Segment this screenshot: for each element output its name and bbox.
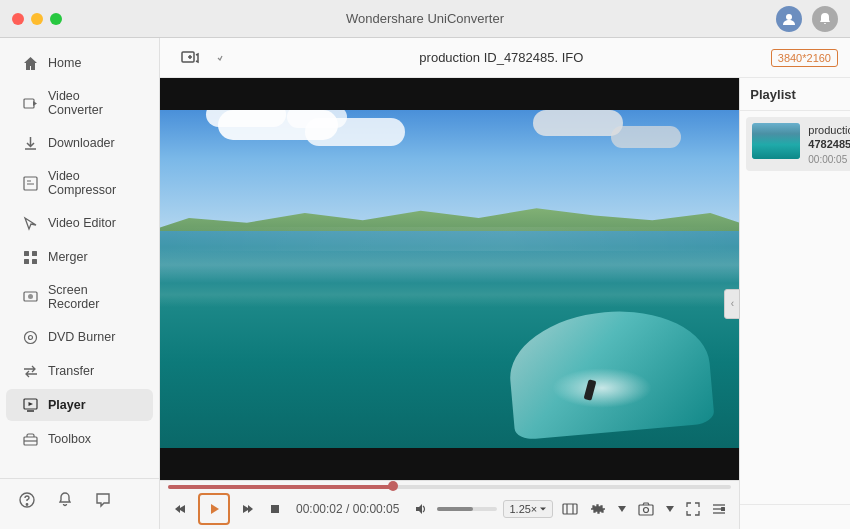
svg-rect-25	[563, 504, 577, 514]
controls-right: 1.25×	[411, 498, 729, 520]
add-media-button[interactable]	[172, 44, 232, 72]
playlist-toggle-button[interactable]	[709, 500, 729, 518]
svg-point-0	[786, 14, 792, 20]
next-frame-button[interactable]	[238, 499, 258, 519]
sidebar-item-toolbox[interactable]: Toolbox	[6, 423, 153, 455]
sidebar-item-video-editor[interactable]: Video Editor	[6, 207, 153, 239]
playlist-item-duration: 00:00:05	[808, 154, 850, 165]
window-controls[interactable]	[12, 13, 62, 25]
svg-rect-28	[639, 505, 653, 515]
progress-fill	[168, 485, 393, 489]
screen-recorder-icon	[22, 289, 38, 305]
video-area: ‹	[160, 78, 739, 529]
prev-frame-button[interactable]	[170, 499, 190, 519]
svg-rect-1	[24, 99, 34, 108]
sidebar-bottom	[0, 478, 159, 521]
screenshot-dropdown[interactable]	[663, 503, 677, 515]
sidebar-item-player[interactable]: Player	[6, 389, 153, 421]
feedback-icon[interactable]	[92, 489, 114, 511]
content-area: production ID_4782485. IFO 3840*2160	[160, 38, 850, 529]
volume-fill	[437, 507, 473, 511]
sidebar-item-video-compressor-label: Video Compressor	[48, 169, 137, 197]
time-separator: /	[346, 502, 353, 516]
svg-marker-22	[211, 504, 219, 514]
controls-row: 00:00:02 / 00:00:05	[160, 489, 739, 529]
video-frame	[160, 78, 739, 480]
play-pause-button[interactable]	[198, 493, 230, 525]
sidebar-item-screen-recorder-label: Screen Recorder	[48, 283, 137, 311]
svg-rect-6	[32, 251, 37, 256]
volume-icon[interactable]	[411, 499, 431, 519]
sidebar-item-video-converter-label: Video Converter	[48, 89, 137, 117]
svg-marker-2	[33, 101, 37, 106]
progress-bar-area[interactable]	[160, 481, 739, 489]
resolution-badge: 3840*2160	[771, 49, 838, 67]
notification-bell-icon[interactable]	[54, 489, 76, 511]
speed-value: 1.25×	[509, 503, 537, 515]
svg-rect-24	[271, 505, 279, 513]
player-header-left	[172, 44, 232, 72]
progress-track[interactable]	[168, 485, 731, 489]
speed-selector[interactable]: 1.25×	[503, 500, 553, 518]
svg-point-19	[26, 504, 27, 505]
sidebar-item-screen-recorder[interactable]: Screen Recorder	[6, 275, 153, 319]
maximize-button[interactable]	[50, 13, 62, 25]
video-converter-icon	[22, 95, 38, 111]
merger-icon	[22, 249, 38, 265]
playlist-item-thumbnail	[752, 123, 800, 159]
svg-rect-5	[24, 251, 29, 256]
user-avatar-icon[interactable]	[776, 6, 802, 32]
sidebar-item-toolbox-label: Toolbox	[48, 432, 91, 446]
notification-icon[interactable]	[812, 6, 838, 32]
fullscreen-button[interactable]	[683, 499, 703, 519]
waveform-dropdown[interactable]	[615, 503, 629, 515]
sidebar-item-home[interactable]: Home	[6, 47, 153, 79]
current-time: 00:00:02	[296, 502, 343, 516]
total-time: 00:00:05	[353, 502, 400, 516]
controls-bar: 00:00:02 / 00:00:05	[160, 480, 739, 529]
sidebar-item-merger[interactable]: Merger	[6, 241, 153, 273]
svg-marker-23	[243, 505, 253, 513]
collapse-playlist-button[interactable]: ‹	[724, 289, 740, 319]
player-icon	[22, 397, 38, 413]
stop-button[interactable]	[266, 500, 284, 518]
app-title: Wondershare UniConverter	[346, 11, 504, 26]
help-icon[interactable]	[16, 489, 38, 511]
playlist-title: Playlist	[750, 87, 796, 102]
volume-slider[interactable]	[437, 507, 497, 511]
home-icon	[22, 55, 38, 71]
main-layout: Home Video Converter Downloader	[0, 38, 850, 529]
sidebar-item-transfer[interactable]: Transfer	[6, 355, 153, 387]
svg-marker-14	[28, 402, 33, 406]
sidebar-item-dvd-burner[interactable]: DVD Burner	[6, 321, 153, 353]
video-editor-icon	[22, 215, 38, 231]
downloader-icon	[22, 135, 38, 151]
player-file-title: production ID_4782485. IFO	[232, 50, 771, 65]
playlist-item-name: production ID_4782485.IFO	[808, 123, 850, 152]
sidebar-item-dvd-burner-label: DVD Burner	[48, 330, 115, 344]
progress-handle[interactable]	[388, 481, 398, 491]
sidebar-item-video-converter[interactable]: Video Converter	[6, 81, 153, 125]
sidebar-item-home-label: Home	[48, 56, 81, 70]
toolbox-icon	[22, 431, 38, 447]
video-compressor-icon	[22, 175, 38, 191]
svg-point-12	[28, 335, 32, 339]
sidebar-item-video-compressor[interactable]: Video Compressor	[6, 161, 153, 205]
player-header: production ID_4782485. IFO 3840*2160	[160, 38, 850, 78]
minimize-button[interactable]	[31, 13, 43, 25]
player-playlist-area: ‹	[160, 78, 850, 529]
sidebar-item-downloader-label: Downloader	[48, 136, 115, 150]
playlist-item-info: production ID_4782485.IFO 00:00:05	[808, 123, 850, 165]
screenshot-button[interactable]	[635, 499, 657, 519]
close-button[interactable]	[12, 13, 24, 25]
title-bar-right	[776, 6, 838, 32]
time-display: 00:00:02 / 00:00:05	[296, 502, 399, 516]
sidebar-item-downloader[interactable]: Downloader	[6, 127, 153, 159]
sidebar-item-video-editor-label: Video Editor	[48, 216, 116, 230]
waveform-button[interactable]	[587, 499, 609, 519]
svg-rect-7	[24, 259, 29, 264]
sidebar-item-player-label: Player	[48, 398, 86, 412]
sidebar-item-merger-label: Merger	[48, 250, 88, 264]
list-item[interactable]: production ID_4782485.IFO 00:00:05	[746, 117, 850, 171]
scene-detect-button[interactable]	[559, 498, 581, 520]
